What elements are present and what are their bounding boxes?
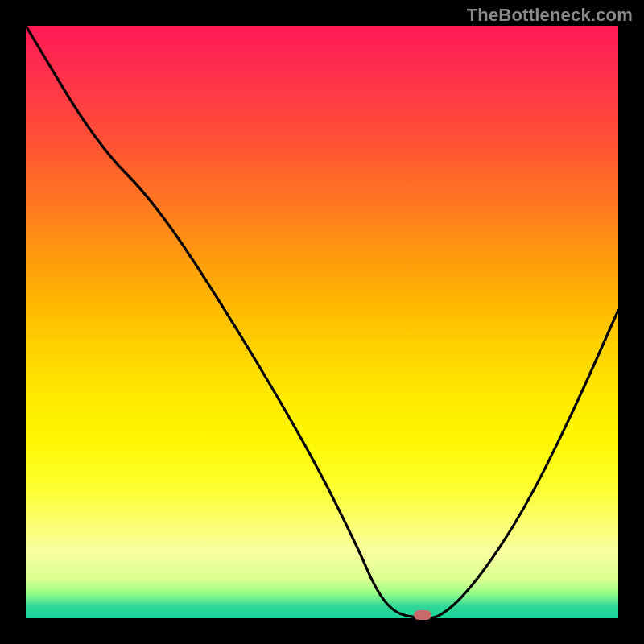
bottleneck-curve xyxy=(26,26,618,618)
curve-svg xyxy=(26,26,618,618)
chart-container: TheBottleneck.com xyxy=(0,0,644,644)
watermark-text: TheBottleneck.com xyxy=(467,5,633,26)
optimum-marker xyxy=(414,610,431,620)
plot-area xyxy=(26,26,618,618)
